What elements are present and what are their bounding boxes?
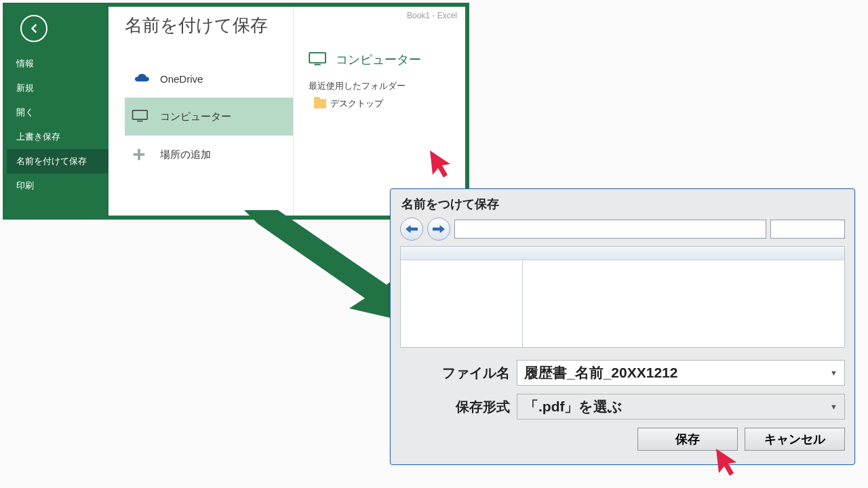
excel-backstage-window: 情報 新規 開く 上書き保存 名前を付けて保存 印刷 Book1 - Excel… <box>3 3 469 220</box>
svg-rect-3 <box>315 64 321 65</box>
sidebar-item-open[interactable]: 開く <box>7 100 108 125</box>
address-bar[interactable] <box>454 220 766 239</box>
recent-folder-item[interactable]: デスクトップ <box>309 96 465 111</box>
file-browser-nav-pane[interactable] <box>401 260 523 347</box>
recent-folders-heading: 最近使用したフォルダー <box>309 80 465 92</box>
filename-field[interactable]: 履歴書_名前_20XX1212 ▼ <box>517 360 845 386</box>
location-onedrive[interactable]: OneDrive <box>125 60 293 98</box>
dialog-title: 名前をつけて保存 <box>400 195 845 218</box>
location-add-place-label: 場所の追加 <box>160 148 211 161</box>
sidebar-item-print[interactable]: 印刷 <box>7 174 108 198</box>
arrow-left-icon <box>406 224 418 234</box>
add-place-icon <box>132 147 151 162</box>
onedrive-icon <box>132 71 151 86</box>
arrow-right-icon <box>433 224 445 234</box>
computer-icon <box>132 109 151 124</box>
sidebar-item-save-as[interactable]: 名前を付けて保存 <box>7 149 108 174</box>
recent-folders-column: コンピューター 最近使用したフォルダー デスクトップ <box>293 7 465 216</box>
filetype-label: 保存形式 <box>400 398 510 416</box>
location-onedrive-label: OneDrive <box>160 73 203 85</box>
cancel-button[interactable]: キャンセル <box>745 428 845 451</box>
back-button[interactable] <box>20 15 47 42</box>
save-button[interactable]: 保存 <box>637 428 738 451</box>
search-box[interactable] <box>770 220 845 239</box>
file-browser-content-pane[interactable] <box>523 260 844 347</box>
locations-column: OneDrive コンピューター 場所の追加 <box>108 7 293 216</box>
location-computer-label: コンピューター <box>160 110 231 123</box>
computer-heading: コンピューター <box>309 52 465 68</box>
filetype-value: 「.pdf」を選ぶ <box>524 397 623 416</box>
filename-label: ファイル名 <box>400 364 510 382</box>
page-title: 名前を付けて保存 <box>125 14 268 37</box>
app-title: Book1 - Excel <box>407 11 457 20</box>
dialog-nav-row <box>400 218 845 241</box>
nav-forward-button[interactable] <box>427 218 450 241</box>
sidebar-item-new[interactable]: 新規 <box>7 76 108 100</box>
filetype-field[interactable]: 「.pdf」を選ぶ ▼ <box>517 394 845 420</box>
location-add-place[interactable]: 場所の追加 <box>125 136 293 174</box>
nav-back-button[interactable] <box>400 218 423 241</box>
backstage-sidebar: 情報 新規 開く 上書き保存 名前を付けて保存 印刷 <box>7 7 108 216</box>
computer-icon <box>309 52 329 67</box>
filename-value: 履歴書_名前_20XX1212 <box>524 363 677 382</box>
svg-rect-0 <box>133 110 148 119</box>
sidebar-item-save[interactable]: 上書き保存 <box>7 125 108 149</box>
computer-heading-label: コンピューター <box>336 52 421 68</box>
back-arrow-icon <box>27 22 41 35</box>
recent-folder-label: デスクトップ <box>330 98 383 110</box>
save-as-dialog: 名前をつけて保存 ファイル名 履歴書_名前_20XX1212 ▼ 保存形式 「.… <box>390 188 855 465</box>
dropdown-arrow-icon: ▼ <box>830 403 837 411</box>
file-browser[interactable] <box>400 246 845 348</box>
svg-rect-1 <box>137 121 142 122</box>
folder-icon <box>314 99 326 108</box>
file-browser-header <box>401 247 844 260</box>
location-computer[interactable]: コンピューター <box>125 98 293 136</box>
sidebar-item-info[interactable]: 情報 <box>7 52 108 76</box>
svg-marker-4 <box>244 210 400 319</box>
svg-rect-2 <box>309 53 326 63</box>
flow-arrow <box>231 210 407 325</box>
dropdown-arrow-icon: ▼ <box>830 369 837 377</box>
